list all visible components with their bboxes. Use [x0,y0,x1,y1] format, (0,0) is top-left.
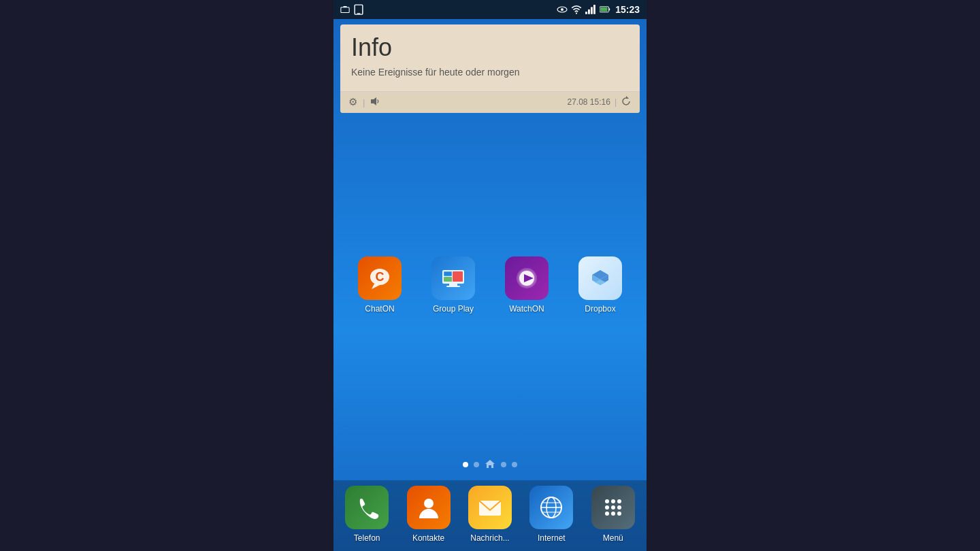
app-grid: C ChatON [333,118,647,452]
svg-point-6 [576,13,577,14]
internet-label: Internet [538,533,566,543]
svg-rect-14 [371,99,374,103]
info-widget-footer: ⚙ | 27.08 15:16 | [340,91,640,113]
svg-rect-12 [609,8,610,10]
settings-icon[interactable]: ⚙ [348,96,357,108]
nachrichten-label: Nachrich... [470,533,509,543]
info-widget-title: Info [351,34,629,61]
dock-menu[interactable]: Menü [586,486,640,543]
svg-rect-25 [444,272,451,276]
svg-rect-9 [591,7,593,14]
status-bar: 15:23 [333,0,647,19]
svg-point-45 [605,505,609,510]
info-widget: Info Keine Ereignisse für heute oder mor… [340,24,640,113]
dock: Telefon Kontakte [333,480,647,551]
svg-rect-7 [585,12,587,14]
page-dot-1[interactable] [463,462,468,467]
dock-kontakte[interactable]: Kontakte [402,486,456,543]
dock-internet[interactable]: Internet [524,486,578,543]
svg-rect-2 [355,5,363,14]
nachrichten-icon [468,486,512,529]
screenshot-icon [340,6,350,14]
svg-text:C: C [376,270,385,284]
svg-point-35 [424,499,434,508]
dropbox-icon [578,256,622,300]
svg-rect-10 [593,5,595,14]
svg-point-42 [605,499,609,503]
svg-point-50 [617,512,621,516]
chaton-icon: C [358,256,402,300]
svg-point-44 [617,499,621,503]
svg-rect-1 [343,6,346,7]
app-watchon[interactable]: WatchON [500,256,554,314]
app-chaton[interactable]: C ChatON [353,256,407,314]
tablet-icon [354,4,363,15]
phone-frame: 15:23 Info Keine Ereignisse für heute od… [333,0,647,551]
svg-rect-21 [446,286,460,287]
info-timestamp: 27.08 15:16 [567,97,610,107]
info-footer-left: ⚙ | [348,96,381,109]
footer-divider: | [615,97,617,107]
sound-icon[interactable] [370,96,381,109]
kontakte-label: Kontakte [412,533,444,543]
divider: | [363,97,365,107]
telefon-label: Telefon [354,533,380,543]
dock-nachrichten[interactable]: Nachrich... [463,486,517,543]
dock-telefon[interactable]: Telefon [340,486,394,543]
page-dot-4[interactable] [501,462,506,467]
battery-icon [600,6,610,13]
svg-rect-8 [588,10,590,14]
menu-label: Menü [603,533,623,543]
info-widget-subtitle: Keine Ereignisse für heute oder morgen [351,67,629,78]
info-widget-content: Info Keine Ereignisse für heute oder mor… [340,24,640,91]
status-icons-left [340,4,363,15]
svg-point-5 [561,8,564,11]
svg-rect-20 [449,284,457,286]
app-dropbox[interactable]: Dropbox [573,256,627,314]
home-indicator[interactable] [485,459,495,471]
kontakte-icon [407,486,451,529]
info-footer-right: 27.08 15:16 | [567,96,632,109]
page-indicators [333,452,647,480]
chaton-label: ChatON [365,304,394,314]
eye-icon [557,6,568,13]
svg-point-43 [611,499,615,503]
telefon-icon [345,486,389,529]
menu-icon [591,486,635,529]
svg-rect-23 [444,277,452,282]
groupplay-label: Group Play [433,304,474,314]
svg-point-48 [605,512,609,516]
page-dot-5[interactable] [512,462,517,467]
svg-rect-24 [453,271,463,282]
status-icons-right: 15:23 [557,4,640,15]
svg-point-49 [611,512,615,516]
app-row-main: C ChatON [353,256,627,314]
watchon-label: WatchON [509,304,544,314]
dropbox-label: Dropbox [585,304,615,314]
signal-icon [585,5,596,14]
wifi-icon [571,5,582,14]
app-groupplay[interactable]: Group Play [426,256,480,314]
internet-icon [529,486,573,529]
svg-point-47 [617,505,621,510]
page-dot-2[interactable] [474,462,479,467]
svg-marker-34 [485,460,495,468]
groupplay-icon [431,256,475,300]
refresh-icon[interactable] [621,96,632,109]
svg-marker-15 [626,96,629,99]
time-display: 15:23 [615,4,640,15]
svg-rect-13 [600,7,607,12]
svg-rect-0 [341,7,349,12]
svg-point-46 [611,505,615,510]
watchon-icon [505,256,549,300]
